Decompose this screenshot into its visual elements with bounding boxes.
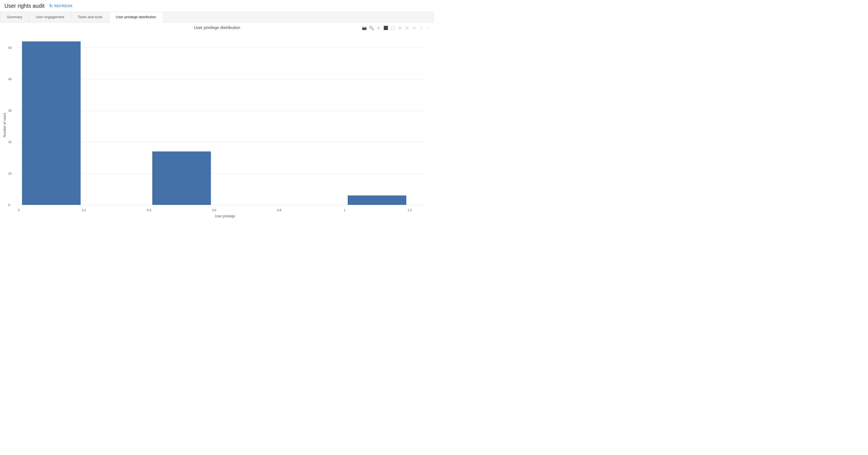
plus-icon[interactable]: + — [376, 25, 381, 31]
tab-tasks-tools[interactable]: Tasks and tools — [71, 12, 110, 22]
zoom-out-icon[interactable]: ⊖ — [404, 25, 410, 31]
plot-area: 01020304050 00.20.40.60.811.2 — [19, 32, 426, 213]
refresh-button[interactable]: ↻ REFRESH — [49, 3, 72, 8]
arrow-icon[interactable]: → — [426, 25, 431, 31]
tab-user-privilege-distribution[interactable]: User privilege distribution — [110, 12, 163, 22]
reset-icon[interactable]: ✕ — [411, 25, 417, 31]
zoom-icon[interactable]: 🔍 — [369, 25, 374, 31]
bars-svg — [19, 32, 426, 205]
page-title: User rights audit — [4, 3, 44, 9]
x-axis-labels: 00.20.40.60.811.2 — [19, 205, 426, 213]
svg-rect-1 — [152, 151, 211, 205]
chart-area: User privilege distribution 📷 🔍 + ⬛ ◯ ⊕ … — [0, 22, 434, 222]
home-icon[interactable]: ⌂ — [419, 25, 424, 31]
refresh-icon: ↻ — [49, 3, 53, 8]
tab-user-engagement[interactable]: User engagement — [29, 12, 71, 22]
chart-inner: 01020304050 00.20.40.60.811.2 User privi… — [8, 32, 431, 218]
tab-bar: Summary User engagement Tasks and tools … — [0, 12, 434, 22]
lasso-icon[interactable]: ◯ — [390, 25, 396, 31]
camera-icon[interactable]: 📷 — [362, 25, 367, 31]
zoom-in-icon[interactable]: ⊕ — [397, 25, 403, 31]
refresh-label: REFRESH — [54, 4, 72, 8]
x-axis-title: User privilege — [19, 214, 431, 218]
page-header: User rights audit ↻ REFRESH — [0, 0, 434, 12]
box-icon[interactable]: ⬛ — [383, 25, 389, 31]
y-axis-label: Number of users — [3, 113, 7, 137]
chart-container: Number of users 01020304050 00.20.40.60.… — [3, 32, 431, 218]
tab-summary[interactable]: Summary — [0, 12, 29, 22]
svg-rect-2 — [348, 196, 406, 205]
svg-rect-0 — [22, 41, 81, 205]
toolbar-icons: 📷 🔍 + ⬛ ◯ ⊕ ⊖ ✕ ⌂ → — [362, 25, 431, 31]
